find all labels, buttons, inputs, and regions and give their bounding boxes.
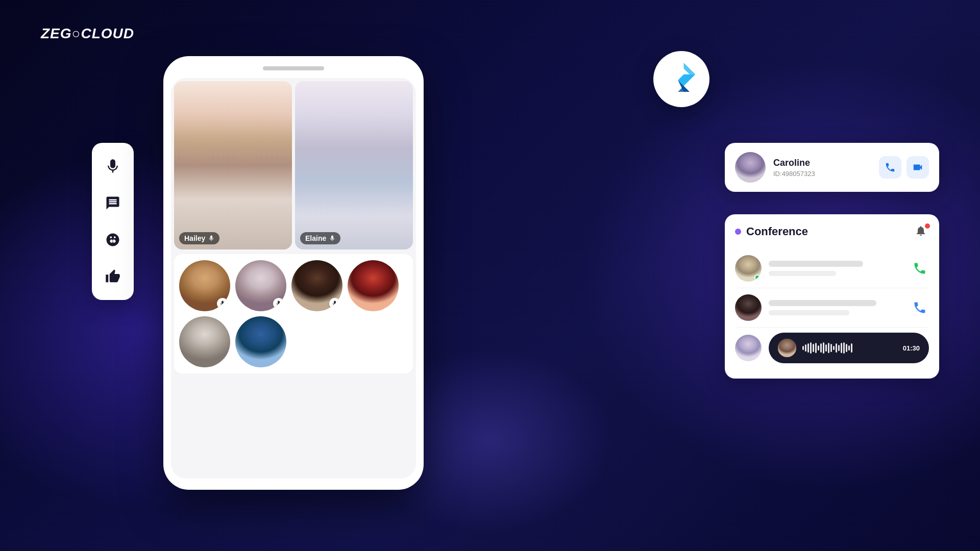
flutter-logo-circle	[653, 51, 709, 107]
phone-mockup: Hailey Elaine	[163, 56, 424, 490]
conf-name-bar-2	[769, 300, 876, 306]
wave-bar	[833, 346, 835, 350]
video-icon	[912, 162, 923, 173]
voice-duration: 01:30	[903, 344, 920, 352]
phone-notch	[263, 66, 324, 70]
wave-bar	[843, 342, 845, 354]
voice-call-button[interactable]	[879, 156, 901, 179]
wave-bar	[820, 343, 822, 353]
active-call-icon	[913, 261, 927, 276]
contact-actions	[879, 156, 929, 179]
wave-bar	[807, 343, 809, 353]
wave-bar	[848, 345, 850, 350]
participant-6-face	[235, 316, 286, 367]
bell-notification-badge	[925, 223, 930, 229]
online-indicator-1	[754, 274, 761, 281]
contact-avatar	[735, 152, 766, 183]
contact-card: Caroline ID:498057323	[725, 143, 939, 192]
video-grid-top: Hailey Elaine	[171, 78, 416, 251]
conf-avatar-3	[735, 335, 762, 361]
voice-bubble: 01:30	[769, 333, 929, 363]
flutter-logo-svg	[665, 63, 698, 96]
participant-2-mic	[273, 298, 284, 309]
emoji-icon	[105, 232, 120, 247]
participant-grid	[174, 254, 413, 373]
elaine-name-badge: Elaine	[300, 232, 340, 244]
sidebar-icons-panel	[92, 143, 134, 300]
participant-6	[235, 316, 286, 367]
wave-bar	[805, 344, 806, 352]
contact-id-label: ID:	[773, 170, 782, 178]
wave-bar	[836, 343, 837, 353]
conf-avatar-2	[735, 294, 762, 321]
chat-icon	[105, 195, 120, 211]
video-call-button[interactable]	[906, 156, 929, 179]
wave-bar	[818, 345, 819, 350]
video-cell-hailey: Hailey	[174, 81, 292, 249]
contact-id-value: 498057323	[782, 170, 815, 178]
wave-bar	[851, 343, 852, 353]
phone-call-icon	[885, 162, 896, 173]
conf-face-3	[735, 335, 762, 361]
conf-info-1	[769, 261, 903, 276]
conference-item-1	[735, 249, 929, 288]
wave-bar	[830, 344, 832, 352]
wave-bar	[815, 343, 817, 353]
voice-play-button[interactable]	[778, 339, 796, 357]
wave-bar	[825, 344, 827, 352]
wave-bar	[813, 344, 814, 352]
wave-bar	[823, 342, 824, 354]
conference-title: Conference	[746, 225, 808, 238]
participant-2	[235, 260, 286, 311]
contact-id: ID:498057323	[773, 170, 871, 178]
mic-button[interactable]	[100, 153, 126, 180]
contact-face	[735, 152, 766, 183]
wave-bar	[802, 346, 804, 350]
wave-bar	[828, 343, 829, 353]
participant-4	[348, 260, 399, 311]
conf-call-active-1[interactable]	[911, 259, 929, 278]
mic-icon-p1	[219, 300, 226, 307]
conf-call-missed-2[interactable]	[911, 298, 929, 317]
purple-dot	[735, 229, 741, 235]
phone-content: Hailey Elaine	[171, 78, 416, 479]
conference-voice-message: 01:30	[735, 328, 929, 368]
participant-1	[179, 260, 230, 311]
missed-call-icon	[913, 300, 927, 315]
voice-play-face	[778, 339, 796, 357]
conf-info-2	[769, 300, 903, 315]
wave-bar	[841, 343, 842, 353]
hailey-video	[174, 81, 292, 249]
thumbs-up-icon	[105, 269, 120, 284]
participant-3	[291, 260, 342, 311]
bell-button[interactable]	[915, 224, 929, 239]
mic-icon-p2	[276, 300, 282, 307]
emoji-button[interactable]	[100, 227, 126, 253]
conference-panel: Conference	[725, 214, 939, 379]
participant-5-face	[179, 316, 230, 367]
conf-face-2	[735, 294, 762, 321]
conf-sub-bar-2	[769, 310, 849, 315]
wave-bar	[846, 344, 847, 352]
logo-text: ZEG○CLOUD	[41, 26, 134, 42]
conf-avatar-1	[735, 255, 762, 282]
conf-name-bar-1	[769, 261, 863, 267]
wave-bar	[838, 345, 840, 351]
participant-4-face	[348, 260, 399, 311]
svg-marker-0	[683, 63, 695, 74]
hailey-name: Hailey	[184, 234, 205, 242]
conference-title-row: Conference	[735, 225, 808, 238]
conference-header: Conference	[735, 224, 929, 239]
video-cell-elaine: Elaine	[295, 81, 413, 249]
waveform	[802, 342, 897, 354]
chat-button[interactable]	[100, 190, 126, 216]
contact-info: Caroline ID:498057323	[773, 158, 871, 178]
participant-1-mic	[217, 298, 228, 309]
thumbs-up-button[interactable]	[100, 263, 126, 290]
participant-5	[179, 316, 230, 367]
wave-bar	[810, 342, 812, 354]
mic-icon	[105, 159, 120, 174]
conf-sub-bar-1	[769, 271, 836, 276]
contact-name: Caroline	[773, 158, 871, 168]
conference-item-2	[735, 288, 929, 328]
